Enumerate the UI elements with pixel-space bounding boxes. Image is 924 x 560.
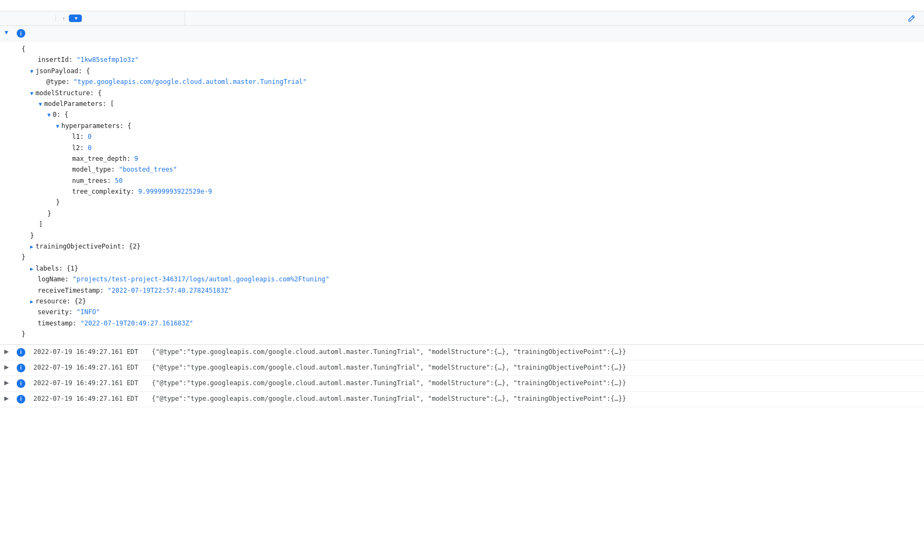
json-key: modelParameters [44, 100, 102, 108]
row-expand-toggle[interactable]: ▶ [0, 345, 13, 358]
json-key: resource [36, 297, 67, 305]
json-colon: : [ [102, 100, 114, 108]
info-severity-badge: i [17, 364, 25, 372]
json-colon: : [107, 177, 115, 185]
json-string-value: "INFO" [76, 308, 100, 316]
json-line: ▼0: { [22, 109, 924, 120]
json-key: l2 [72, 144, 80, 152]
json-string-value: "1kw85sefmp1o3z" [76, 56, 139, 63]
json-brace: { [22, 45, 25, 53]
chevron-right-icon: ▶ [4, 379, 9, 386]
json-brace: } [47, 210, 51, 217]
sort-arrow-icon: ↑ [62, 16, 66, 22]
json-line: ▶trainingObjectivePoint: {2} [22, 241, 924, 252]
json-toggle-down[interactable]: ▼ [47, 112, 51, 118]
json-number-value: 50 [115, 177, 122, 185]
json-line: l2: 0 [22, 143, 924, 153]
chevron-right-icon: ▶ [4, 395, 9, 402]
json-colon: : [69, 308, 76, 316]
timestamp-cell: 2022-07-19 16:49:27.161 EDT [29, 360, 147, 374]
json-line: timestamp: "2022-07-19T20:49:27.161683Z" [22, 318, 924, 329]
json-line: { [22, 44, 924, 54]
json-number-value: 9 [135, 155, 138, 162]
json-key: labels [36, 265, 59, 272]
row-expand-toggle[interactable]: ▶ [0, 376, 13, 389]
json-line: ▶labels: {1} [22, 263, 924, 274]
json-colon: : {1} [59, 265, 78, 272]
json-string-value: "type.googleapis.com/google.cloud.automl… [74, 78, 307, 86]
json-colon: : { [119, 122, 131, 130]
json-line: num_trees: 50 [22, 175, 924, 186]
row-expand-toggle[interactable]: ▶ [0, 360, 13, 374]
json-key: model_type [72, 166, 111, 173]
json-toggle-right[interactable]: ▶ [30, 299, 33, 304]
row-expand-toggle[interactable]: ▼ [0, 26, 13, 39]
json-key: severity [38, 308, 69, 316]
json-colon: : [80, 144, 87, 152]
toolbar-right [893, 11, 924, 25]
json-key: hyperparameters [61, 122, 119, 130]
json-key: jsonPayload [36, 67, 78, 75]
summary-cell: {"@type":"type.googleapis.com/google.clo… [147, 345, 924, 359]
json-line: logName: "projects/test-project-346317/l… [22, 274, 924, 285]
json-colon: : [65, 275, 73, 283]
collapsed-log-row[interactable]: ▶ i 2022-07-19 16:49:27.161 EDT {"@type"… [0, 345, 924, 360]
json-line: ▼modelStructure: { [22, 88, 924, 98]
json-colon: : [69, 56, 76, 63]
row-expand-toggle[interactable]: ▶ [0, 392, 13, 405]
collapsed-log-row[interactable]: ▶ i 2022-07-19 16:49:27.161 EDT {"@type"… [0, 376, 924, 392]
json-colon: : {2} [121, 243, 140, 250]
json-toggle-down[interactable]: ▼ [56, 123, 59, 129]
json-colon: : { [79, 67, 90, 75]
json-brace: } [22, 253, 25, 261]
json-toggle-down[interactable]: ▼ [30, 90, 33, 96]
json-key: timestamp [38, 320, 73, 327]
json-line: } [22, 208, 924, 219]
json-toggle-down[interactable]: ▼ [39, 101, 42, 107]
info-severity-badge: i [17, 29, 25, 38]
timestamp-cell: 2022-07-19 16:49:27.161 EDT [29, 345, 147, 359]
json-key: tree_complexity [72, 188, 130, 195]
chevron-right-icon: ▶ [4, 348, 9, 355]
expanded-json-content: {insertId: "1kw85sefmp1o3z"▼jsonPayload:… [0, 41, 924, 345]
json-colon: : [100, 287, 108, 294]
json-line: max_tree_depth: 9 [22, 153, 924, 164]
timestamp-cell: 2022-07-19 16:49:27.161 EDT [29, 392, 147, 406]
json-line: ▼hyperparameters: { [22, 120, 924, 131]
timestamp-cell [29, 26, 147, 32]
json-key: @type [46, 78, 66, 86]
info-severity-badge: i [17, 379, 25, 388]
json-line: ] [22, 219, 924, 230]
info-severity-badge: i [17, 348, 25, 357]
json-colon: : { [90, 89, 102, 97]
json-line: l1: 0 [22, 131, 924, 142]
json-toggle-right[interactable]: ▶ [30, 244, 33, 250]
collapsed-log-row[interactable]: ▶ i 2022-07-19 16:49:27.161 EDT {"@type"… [0, 360, 924, 376]
json-toggle-down[interactable]: ▼ [30, 68, 33, 74]
json-line: } [22, 230, 924, 241]
edit-button[interactable] [908, 15, 918, 22]
summary-cell: {"@type":"type.googleapis.com/google.clo… [147, 392, 924, 406]
json-line: model_type: "boosted_trees" [22, 164, 924, 175]
summary-cell: {"@type":"type.googleapis.com/google.clo… [147, 360, 924, 374]
json-colon: : [73, 320, 80, 327]
json-string-value: "2022-07-19T20:49:27.161683Z" [80, 320, 193, 327]
toolbar: ↑ ▾ [0, 11, 924, 26]
json-key: modelStructure [36, 89, 90, 97]
json-line: ▶resource: {2} [22, 296, 924, 307]
json-brace: ] [39, 221, 43, 228]
json-key: l1 [72, 133, 80, 140]
json-brace: } [22, 330, 25, 338]
json-toggle-right[interactable]: ▶ [30, 266, 33, 272]
severity-column-header [13, 15, 56, 22]
edt-button[interactable]: ▾ [69, 15, 82, 22]
expanded-log-row[interactable]: ▼ i [0, 26, 924, 41]
collapsed-log-row[interactable]: ▶ i 2022-07-19 16:49:27.161 EDT {"@type"… [0, 392, 924, 407]
chevron-down-icon: ▼ [4, 29, 10, 36]
json-colon: : {2} [67, 297, 86, 305]
summary-cell: {"@type":"type.googleapis.com/google.clo… [147, 376, 924, 390]
json-key: receiveTimestamp [38, 287, 100, 294]
chevron-right-icon: ▶ [4, 364, 9, 371]
json-key: num_trees [72, 177, 107, 185]
json-number-value: 9.99999993922529e-9 [138, 188, 212, 195]
